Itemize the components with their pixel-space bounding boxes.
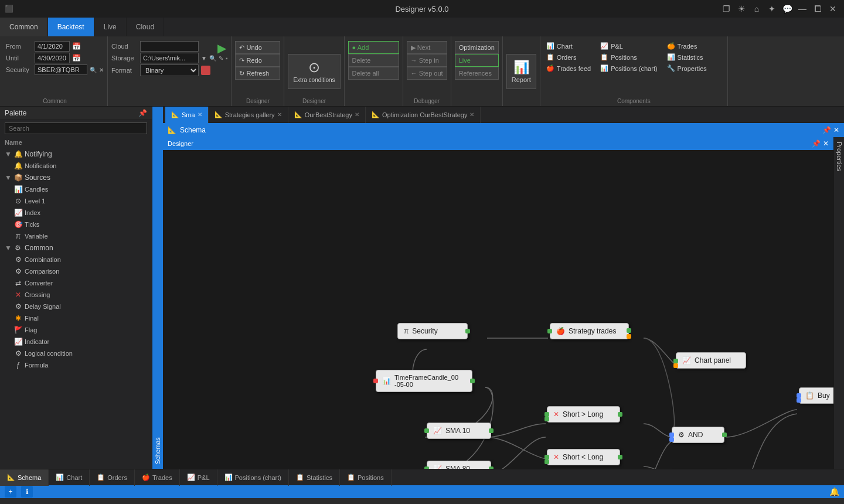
maximize-button[interactable]: ⧠ <box>811 2 824 15</box>
icon-home[interactable]: ⌂ <box>750 2 763 15</box>
trades-button[interactable]: 🍊Trades <box>665 41 709 51</box>
live-button[interactable]: Live <box>455 54 499 67</box>
bottom-tab-orders[interactable]: 📋 Orders <box>90 469 135 486</box>
search-icon[interactable]: 🔍 <box>90 67 97 73</box>
canvas-tab-sma[interactable]: 📐 Sma ✕ <box>165 107 209 123</box>
item-formula[interactable]: ƒ Formula <box>0 359 152 371</box>
bottom-tab-pl[interactable]: 📈 P&L <box>180 469 217 486</box>
node-sma10[interactable]: 📈 SMA 10 <box>427 423 491 439</box>
item-candles[interactable]: 📊 Candles <box>0 183 152 195</box>
bottom-tab-positions-chart[interactable]: 📊 Positions (chart) <box>217 469 289 486</box>
icon-sun1[interactable]: ☀ <box>735 2 748 15</box>
delete-all-button[interactable]: Delete all <box>348 67 399 80</box>
references-button[interactable]: References <box>455 67 499 80</box>
extra-conditions-button[interactable]: ⊙ Extra conditions <box>288 54 340 89</box>
storage-edit-icon[interactable]: ✎ <box>219 55 223 62</box>
storage-rect-icon[interactable]: ▪ <box>226 55 228 62</box>
calendar-icon[interactable]: 📅 <box>72 42 81 50</box>
pl-button[interactable]: 📈P&L <box>598 41 659 51</box>
palette-pin-icon[interactable]: 📌 <box>138 109 147 117</box>
close-button[interactable]: ✕ <box>826 2 839 15</box>
until-input[interactable] <box>35 53 70 63</box>
icon-restore[interactable]: ❐ <box>720 2 733 15</box>
schema-pin-icon[interactable]: 📌 <box>822 126 831 134</box>
item-notification[interactable]: 🔔 Notification <box>0 160 152 172</box>
node-chart-panel[interactable]: 📈 Chart panel <box>676 352 746 369</box>
node-timeframe[interactable]: 📊 TimeFrameCandle_00-05-00 <box>376 370 472 392</box>
item-index[interactable]: 📈 Index <box>0 207 152 219</box>
positions-chart-button[interactable]: 📊Positions (chart) <box>598 63 659 73</box>
play-button[interactable]: ▶ <box>217 41 226 55</box>
schema-close-icon[interactable]: ✕ <box>833 126 839 134</box>
properties-button[interactable]: 🔧Properties <box>665 63 709 73</box>
canvas-tab-best-strategy[interactable]: 📐 OurBestStrategy ✕ <box>288 107 366 123</box>
node-sma80[interactable]: 📈 SMA 80 <box>427 461 491 469</box>
item-variable[interactable]: π Variable <box>0 230 152 242</box>
bottom-tab-schema[interactable]: 📐 Schema <box>0 469 49 486</box>
storage-input[interactable] <box>140 53 199 63</box>
redo-button[interactable]: ↷ Redo <box>235 54 280 67</box>
bottom-tab-statistics[interactable]: 📋 Statistics <box>289 469 340 486</box>
item-ticks[interactable]: 🎯 Ticks <box>0 219 152 230</box>
designer-pin-icon[interactable]: 📌 <box>812 139 821 148</box>
schemas-label[interactable]: Schemas <box>152 107 163 469</box>
tab-common[interactable]: Common <box>0 18 48 36</box>
node-strategy-trades[interactable]: 🍎 Strategy trades <box>550 323 629 339</box>
item-flag[interactable]: 🚩 Flag <box>0 324 152 336</box>
tab-backtest[interactable]: Backtest <box>48 18 94 36</box>
node-short-gt-long[interactable]: ✕ Short > Long <box>547 406 620 423</box>
optimization-tab-close[interactable]: ✕ <box>469 111 474 118</box>
cloud-input[interactable] <box>140 41 199 52</box>
item-combination[interactable]: ⚙ Combination <box>0 254 152 265</box>
tab-cloud[interactable]: Cloud <box>127 18 164 36</box>
status-notification-icon[interactable]: 🔔 <box>829 487 839 496</box>
group-sources-header[interactable]: ▼ 📦 Sources <box>0 172 152 183</box>
designer-close-icon[interactable]: ✕ <box>823 139 829 148</box>
format-select[interactable]: Binary <box>140 64 199 76</box>
icon-chat[interactable]: 💬 <box>781 2 794 15</box>
status-info-button[interactable]: ℹ <box>21 486 33 498</box>
tab-live[interactable]: Live <box>94 18 127 36</box>
node-buy[interactable]: 📋 Buy <box>799 387 833 404</box>
undo-button[interactable]: ↶ Undo <box>235 41 280 54</box>
item-logical-condition[interactable]: ⚙ Logical condition <box>0 348 152 359</box>
statistics-button[interactable]: 📊Statistics <box>665 52 709 62</box>
storage-menu-icon[interactable]: ▼ <box>201 55 207 62</box>
orders-button[interactable]: 📋Orders <box>544 52 593 62</box>
item-comparison[interactable]: ⚙ Comparison <box>0 265 152 277</box>
icon-star[interactable]: ✦ <box>765 2 778 15</box>
best-strategy-tab-close[interactable]: ✕ <box>355 111 359 118</box>
chart-button[interactable]: 📊Chart <box>544 41 593 51</box>
storage-search-icon[interactable]: 🔍 <box>209 55 216 62</box>
item-final[interactable]: ✱ Final <box>0 312 152 324</box>
step-out-button[interactable]: ← Step out <box>407 67 447 80</box>
group-common-header[interactable]: ▼ ⚙ Common <box>0 242 152 254</box>
clear-icon[interactable]: ✕ <box>99 67 104 73</box>
bottom-tab-chart[interactable]: 📊 Chart <box>49 469 90 486</box>
optimization-button[interactable]: Optimization <box>455 41 499 54</box>
item-crossing[interactable]: ✕ Crossing <box>0 289 152 301</box>
positions-button[interactable]: 📋Positions <box>598 52 659 62</box>
status-add-button[interactable]: + <box>5 486 16 498</box>
item-delay-signal[interactable]: ⚙ Delay Signal <box>0 301 152 312</box>
trades-feed-button[interactable]: 🍎Trades feed <box>544 63 593 73</box>
item-level1[interactable]: ⊙ Level 1 <box>0 195 152 207</box>
from-input[interactable] <box>35 41 70 52</box>
sma-tab-close[interactable]: ✕ <box>198 111 202 118</box>
node-short-lt-long[interactable]: ✕ Short < Long <box>547 449 620 465</box>
item-converter[interactable]: ⇄ Converter <box>0 277 152 289</box>
add-button[interactable]: ● Add <box>348 41 399 54</box>
calendar-icon2[interactable]: 📅 <box>72 54 81 62</box>
properties-label[interactable]: Properties <box>834 137 844 176</box>
step-in-button[interactable]: → Step in <box>407 54 447 67</box>
report-button[interactable]: 📊 Report <box>506 54 536 89</box>
minimize-button[interactable]: — <box>796 2 809 15</box>
bottom-tab-positions[interactable]: 📋 Positions <box>340 469 392 486</box>
security-input[interactable] <box>35 64 87 75</box>
node-security[interactable]: π Security <box>397 323 468 339</box>
item-indicator[interactable]: 📈 Indicator <box>0 336 152 348</box>
flow-canvas[interactable]: π Security 🍎 Strategy trades 📈 <box>163 150 833 469</box>
refresh-button[interactable]: ↻ Refresh <box>235 67 280 80</box>
next-button[interactable]: ▶ Next <box>407 41 447 54</box>
canvas-tab-optimization[interactable]: 📐 Optimization OurBestStrategy ✕ <box>366 107 481 123</box>
